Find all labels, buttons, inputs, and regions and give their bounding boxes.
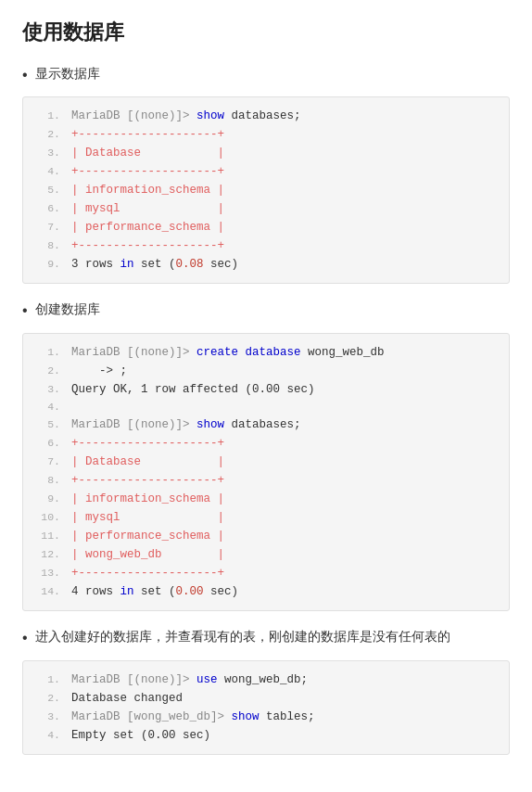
code-block-create-db: 1.MariaDB [(none)]> create database wong…: [22, 333, 510, 611]
page-title: 使用数据库: [22, 19, 510, 46]
line-content: | performance_schema |: [71, 527, 224, 545]
code-line: 4.: [23, 399, 509, 415]
code-line: 3.| Database |: [23, 144, 509, 162]
line-number: 14.: [34, 583, 60, 600]
code-line: 5.MariaDB [(none)]> show databases;: [23, 415, 509, 434]
code-line: 3.Query OK, 1 row affected (0.00 sec): [23, 380, 509, 399]
line-content: Empty set (0.00 sec): [71, 726, 210, 745]
code-line: 6.| mysql |: [23, 199, 509, 218]
line-number: 6.: [34, 200, 60, 217]
line-number: 8.: [34, 472, 60, 489]
bullet-text: 进入创建好的数据库，并查看现有的表，刚创建的数据库是没有任何表的: [35, 628, 450, 646]
line-number: 1.: [34, 344, 60, 361]
line-content: +--------------------+: [71, 125, 224, 144]
line-content: MariaDB [(none)]> show databases;: [71, 415, 301, 434]
code-line: 8.+--------------------+: [23, 471, 509, 490]
line-content: Database changed: [71, 689, 183, 708]
line-number: 7.: [34, 453, 60, 470]
line-number: 8.: [34, 237, 60, 254]
line-number: 3.: [34, 709, 60, 725]
code-line: 2. -> ;: [23, 362, 509, 380]
line-content: +--------------------+: [71, 471, 224, 490]
line-content: +--------------------+: [71, 434, 224, 453]
code-line: 1.MariaDB [(none)]> show databases;: [23, 107, 509, 125]
line-number: 11.: [34, 528, 60, 544]
line-number: 3.: [34, 381, 60, 398]
code-line: 7.| Database |: [23, 453, 509, 471]
line-number: 2.: [34, 126, 60, 143]
code-block-show-db: 1.MariaDB [(none)]> show databases;2.+--…: [22, 96, 510, 284]
code-line: 8.+--------------------+: [23, 236, 509, 255]
line-content: | mysql |: [71, 508, 224, 527]
line-number: 4.: [34, 399, 60, 415]
line-content: | Database |: [71, 144, 224, 162]
code-block-use-db: 1.MariaDB [(none)]> use wong_web_db;2.Da…: [22, 660, 510, 755]
bullet-use-db: • 进入创建好的数据库，并查看现有的表，刚创建的数据库是没有任何表的: [22, 628, 510, 648]
line-content: | information_schema |: [71, 490, 224, 508]
line-number: 5.: [34, 182, 60, 198]
code-line: 2.Database changed: [23, 689, 509, 708]
line-number: 4.: [34, 163, 60, 180]
code-line: 7.| performance_schema |: [23, 218, 509, 236]
line-content: MariaDB [(none)]> create database wong_w…: [71, 343, 385, 362]
line-content: MariaDB [(none)]> show databases;: [71, 107, 301, 125]
line-number: 4.: [34, 727, 60, 744]
line-content: Query OK, 1 row affected (0.00 sec): [71, 380, 315, 399]
code-line: 2.+--------------------+: [23, 125, 509, 144]
line-content: | wong_web_db |: [71, 545, 224, 564]
line-content: 4 rows in set (0.00 sec): [71, 582, 238, 601]
bullet-text: 创建数据库: [35, 300, 100, 319]
line-content: +--------------------+: [71, 236, 224, 255]
line-content: MariaDB [(none)]> use wong_web_db;: [71, 671, 308, 689]
code-line: 12.| wong_web_db |: [23, 545, 509, 564]
code-line: 1.MariaDB [(none)]> create database wong…: [23, 343, 509, 362]
content-container: • 显示数据库 1.MariaDB [(none)]> show databas…: [22, 65, 510, 755]
code-line: 4.Empty set (0.00 sec): [23, 726, 509, 745]
code-line: 9.3 rows in set (0.08 sec): [23, 255, 509, 274]
line-number: 7.: [34, 219, 60, 236]
line-content: 3 rows in set (0.08 sec): [71, 255, 238, 274]
line-number: 13.: [34, 565, 60, 581]
line-number: 3.: [34, 145, 60, 161]
line-number: 1.: [34, 108, 60, 124]
code-line: 1.MariaDB [(none)]> use wong_web_db;: [23, 671, 509, 689]
line-number: 6.: [34, 435, 60, 452]
line-number: 5.: [34, 416, 60, 433]
line-content: | performance_schema |: [71, 218, 224, 236]
line-number: 2.: [34, 690, 60, 707]
bullet-text: 显示数据库: [35, 65, 100, 83]
code-line: 5.| information_schema |: [23, 181, 509, 199]
line-number: 10.: [34, 509, 60, 526]
line-content: +--------------------+: [71, 162, 224, 181]
line-number: 9.: [34, 491, 60, 507]
code-line: 11.| performance_schema |: [23, 527, 509, 545]
code-line: 13.+--------------------+: [23, 564, 509, 582]
code-line: 9.| information_schema |: [23, 490, 509, 508]
bullet-dot: •: [22, 300, 28, 321]
bullet-create-db: • 创建数据库: [22, 300, 510, 321]
code-line: 14.4 rows in set (0.00 sec): [23, 582, 509, 601]
code-line: 3.MariaDB [wong_web_db]> show tables;: [23, 708, 509, 726]
code-line: 6.+--------------------+: [23, 434, 509, 453]
line-content: +--------------------+: [71, 564, 224, 582]
bullet-show-db: • 显示数据库: [22, 65, 510, 85]
code-line: 4.+--------------------+: [23, 162, 509, 181]
line-content: | Database |: [71, 453, 224, 471]
bullet-dot: •: [22, 628, 28, 648]
line-number: 12.: [34, 546, 60, 563]
line-content: | information_schema |: [71, 181, 224, 199]
line-content: | mysql |: [71, 199, 224, 218]
code-line: 10.| mysql |: [23, 508, 509, 527]
line-number: 2.: [34, 363, 60, 379]
line-content: -> ;: [71, 362, 127, 380]
line-number: 9.: [34, 256, 60, 273]
line-content: MariaDB [wong_web_db]> show tables;: [71, 708, 315, 726]
bullet-dot: •: [22, 65, 28, 85]
line-number: 1.: [34, 671, 60, 688]
